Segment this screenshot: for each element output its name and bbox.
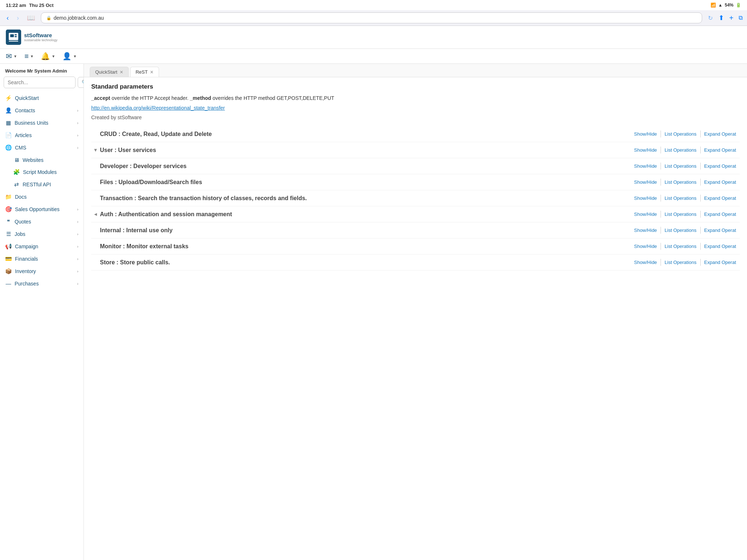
sidebar-item-sales-opportunities[interactable]: 🎯 Sales Opportunities › — [0, 203, 84, 215]
tab-rest-close[interactable]: ✕ — [150, 70, 154, 75]
sidebar-item-restful-api[interactable]: ⇄ RESTful API — [0, 178, 84, 191]
bell-menu[interactable]: 🔔 ▼ — [41, 52, 55, 61]
list-ops-transaction[interactable]: List Operations — [661, 195, 700, 202]
show-hide-developer[interactable]: Show/Hide — [630, 163, 661, 170]
sales-icon: 🎯 — [5, 206, 12, 213]
show-hide-internal[interactable]: Show/Hide — [630, 227, 661, 234]
logo-icon — [6, 30, 21, 45]
articles-chevron: › — [77, 133, 78, 137]
show-hide-user[interactable]: Show/Hide — [630, 147, 661, 153]
search-input[interactable] — [4, 77, 76, 88]
sidebar-item-quotes[interactable]: ❝ Quotes › — [0, 215, 84, 228]
expand-ops-internal[interactable]: Expand Operat — [700, 227, 740, 234]
resource-title-monitor: Monitor : Monitor external tasks — [100, 243, 630, 250]
sidebar-item-contacts[interactable]: 👤 Contacts › — [0, 104, 84, 117]
logo[interactable]: stSoftware sustainable technology — [6, 30, 58, 45]
api-credit: Created by stSoftware — [91, 114, 740, 120]
back-button[interactable]: ‹ — [4, 13, 11, 23]
mail-menu[interactable]: ✉ ▼ — [6, 52, 17, 61]
purchases-chevron: › — [77, 281, 78, 286]
sidebar-item-financials[interactable]: 💳 Financials › — [0, 253, 84, 265]
cms-chevron: › — [77, 145, 78, 150]
show-hide-transaction[interactable]: Show/Hide — [630, 195, 661, 202]
tab-quickstart-close[interactable]: ✕ — [120, 70, 123, 75]
show-hide-crud[interactable]: Show/Hide — [630, 131, 661, 137]
expand-ops-user[interactable]: Expand Operat — [700, 147, 740, 153]
resource-list: CRUD : Create, Read, Update and DeleteSh… — [91, 126, 740, 271]
api-doc-content: Standard parameters _accept override the… — [84, 77, 747, 276]
list-ops-user[interactable]: List Operations — [661, 147, 700, 153]
expand-ops-files[interactable]: Expand Operat — [700, 179, 740, 186]
reload-button[interactable]: ↻ — [706, 13, 715, 23]
list-ops-developer[interactable]: List Operations — [661, 163, 700, 170]
sidebar-item-cms[interactable]: 🌐 CMS › — [0, 141, 84, 154]
logo-sub: sustainable technology — [24, 38, 58, 42]
resource-title-user: User : User services — [100, 147, 630, 153]
list-ops-monitor[interactable]: List Operations — [661, 243, 700, 250]
user-icon: 👤 — [62, 52, 71, 61]
sidebar-item-jobs[interactable]: ☰ Jobs › — [0, 228, 84, 240]
battery-icon: 🔋 — [736, 3, 741, 8]
resource-row-auth: ◄Auth : Authentication and session manag… — [91, 206, 740, 222]
bell-icon: 🔔 — [41, 52, 50, 61]
sidebar-item-quickstart[interactable]: ⚡ QuickStart — [0, 92, 84, 104]
expand-ops-store[interactable]: Expand Operat — [700, 259, 740, 266]
list-icon: ≡ — [24, 52, 29, 61]
expand-ops-auth[interactable]: Expand Operat — [700, 211, 740, 218]
show-hide-auth[interactable]: Show/Hide — [630, 211, 661, 218]
resource-row-internal: Internal : Internal use onlyShow/HideLis… — [91, 222, 740, 238]
cms-icon: 🌐 — [5, 144, 12, 151]
tab-rest[interactable]: ReST ✕ — [130, 67, 159, 77]
user-menu[interactable]: 👤 ▼ — [62, 52, 77, 61]
list-ops-store[interactable]: List Operations — [661, 259, 700, 266]
sidebar-item-business-units[interactable]: ▦ Business Units › — [0, 117, 84, 129]
resource-title-internal: Internal : Internal use only — [100, 227, 630, 234]
list-ops-internal[interactable]: List Operations — [661, 227, 700, 234]
expand-ops-crud[interactable]: Expand Operat — [700, 131, 740, 137]
lock-icon: 🔒 — [46, 16, 51, 20]
toolbar: ✉ ▼ ≡ ▼ 🔔 ▼ 👤 ▼ — [0, 49, 747, 64]
sidebar-item-purchases[interactable]: — Purchases › — [0, 277, 84, 289]
list-menu[interactable]: ≡ ▼ — [24, 52, 34, 61]
sidebar-item-websites[interactable]: 🖥 Websites — [0, 154, 84, 166]
show-hide-files[interactable]: Show/Hide — [630, 179, 661, 186]
resource-toggle-user[interactable]: ▼ — [91, 147, 100, 153]
tabs-button[interactable]: ⧉ — [739, 15, 743, 21]
list-ops-crud[interactable]: List Operations — [661, 131, 700, 137]
script-modules-icon: 🧩 — [13, 169, 20, 175]
standard-params-desc: _accept override the HTTP Accept header.… — [91, 94, 740, 102]
sidebar-item-campaign[interactable]: 📢 Campaign › — [0, 240, 84, 253]
expand-ops-developer[interactable]: Expand Operat — [700, 163, 740, 170]
tab-quickstart[interactable]: QuickStart ✕ — [90, 67, 129, 77]
svg-rect-4 — [9, 41, 18, 42]
expand-ops-monitor[interactable]: Expand Operat — [700, 243, 740, 250]
status-bar: 11:22 am Thu 25 Oct 📶 ▲ 54% 🔋 — [0, 0, 747, 10]
tab-quickstart-label: QuickStart — [95, 69, 117, 75]
status-date: Thu 25 Oct — [29, 3, 54, 8]
show-hide-monitor[interactable]: Show/Hide — [630, 243, 661, 250]
financials-icon: 💳 — [5, 256, 12, 262]
show-hide-store[interactable]: Show/Hide — [630, 259, 661, 266]
new-tab-button[interactable]: + — [729, 14, 734, 22]
sidebar-item-inventory[interactable]: 📦 Inventory › — [0, 265, 84, 277]
expand-ops-transaction[interactable]: Expand Operat — [700, 195, 740, 202]
forward-button[interactable]: › — [15, 13, 21, 23]
resource-title-store: Store : Store public calls. — [100, 259, 630, 266]
address-bar[interactable]: 🔒 demo.jobtrack.com.au — [41, 12, 702, 23]
resource-title-files: Files : Upload/Download/Search files — [100, 179, 630, 186]
sidebar-item-script-modules[interactable]: 🧩 Script Modules — [0, 166, 84, 178]
resource-title-auth: Auth : Authentication and session manage… — [100, 211, 630, 218]
resource-title-crud: CRUD : Create, Read, Update and Delete — [100, 131, 630, 137]
sidebar-item-docs[interactable]: 📁 Docs — [0, 191, 84, 203]
list-ops-files[interactable]: List Operations — [661, 179, 700, 186]
standard-params-title: Standard parameters — [91, 83, 740, 90]
sidebar: Welcome Mr System Admin 🔍 ⚡ QuickStart 👤… — [0, 64, 84, 560]
sidebar-item-articles[interactable]: 📄 Articles › — [0, 129, 84, 141]
search-button[interactable]: 🔍 — [78, 77, 84, 88]
bookmarks-button[interactable]: 📖 — [25, 12, 37, 23]
share-button[interactable]: ⬆ — [719, 14, 724, 22]
wikipedia-link[interactable]: http://en.wikipedia.org/wiki/Representat… — [91, 105, 225, 111]
list-ops-auth[interactable]: List Operations — [661, 211, 700, 218]
resource-toggle-auth[interactable]: ◄ — [91, 211, 100, 217]
campaign-chevron: › — [77, 244, 78, 249]
